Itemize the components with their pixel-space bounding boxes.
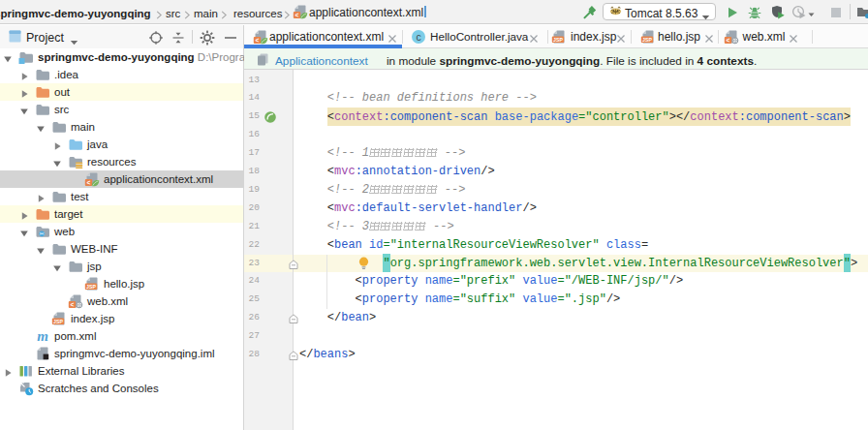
svg-text:JSP: JSP xyxy=(642,37,652,43)
svg-text:<: < xyxy=(87,180,91,187)
svg-text:JSP: JSP xyxy=(553,37,563,43)
svg-text:<: < xyxy=(71,302,75,309)
svg-text:c: c xyxy=(416,31,420,43)
svg-text:JSP: JSP xyxy=(53,319,63,324)
svg-text:m: m xyxy=(37,328,48,344)
svg-text:<: < xyxy=(295,13,299,19)
svg-text:<: < xyxy=(255,38,259,45)
svg-text:JSP: JSP xyxy=(86,284,96,290)
svg-text:<: < xyxy=(727,38,730,45)
